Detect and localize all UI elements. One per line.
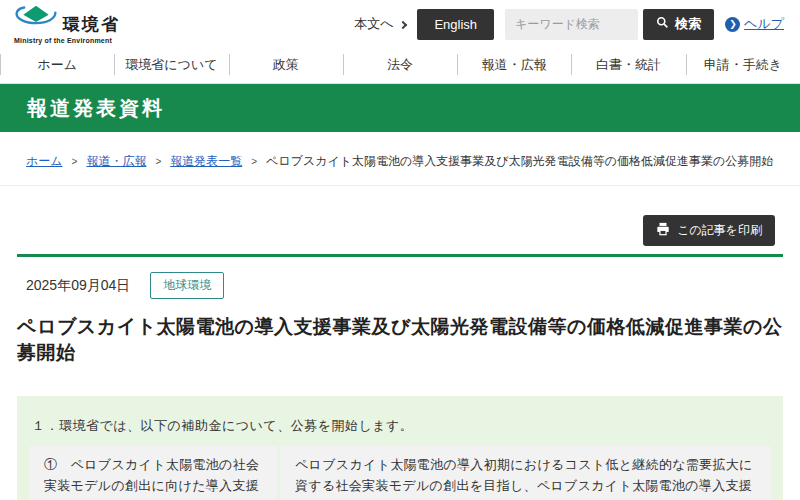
search-button-label: 検索 xyxy=(675,15,701,33)
skip-link-label: 本文へ xyxy=(354,15,393,33)
grant-name-cell: ① ペロブスカイト太陽電池の社会実装モデルの創出に向けた導入支援事業 xyxy=(29,446,277,500)
site-logo[interactable]: 環境省 Ministry of the Environment xyxy=(14,5,120,44)
nav-item-policy[interactable]: 政策 xyxy=(229,46,343,83)
print-article-button[interactable]: この記事を印刷 xyxy=(643,215,775,246)
table-row: ① ペロブスカイト太陽電池の社会実装モデルの創出に向けた導入支援事業 ペロブスカ… xyxy=(29,446,771,500)
article-title: ペロブスカイト太陽電池の導入支援事業及び太陽光発電設備等の価格低減促進事業の公募… xyxy=(17,314,783,366)
breadcrumb: ホーム > 報道・広報 > 報道発表一覧 > ペロブスカイト太陽電池の導入支援事… xyxy=(0,132,800,186)
publish-date: 2025年09月04日 xyxy=(26,277,130,295)
breadcrumb-link-press-list[interactable]: 報道発表一覧 xyxy=(170,153,242,170)
printer-icon xyxy=(656,222,670,239)
skip-to-content-link[interactable]: 本文へ xyxy=(354,15,406,33)
grant-description-cell: ペロブスカイト太陽電池の導入初期におけるコスト低と継続的な需要拡大に資する社会実… xyxy=(280,446,771,500)
chevron-right-icon xyxy=(399,20,407,28)
search-button[interactable]: 検索 xyxy=(643,9,714,40)
search-icon xyxy=(656,16,669,32)
english-button[interactable]: English xyxy=(417,9,494,40)
breadcrumb-link-press[interactable]: 報道・広報 xyxy=(86,153,146,170)
article-meta: 2025年09月04日 地球環境 xyxy=(0,257,800,299)
logo-title: 環境省 xyxy=(63,16,120,36)
help-link[interactable]: ❯ ヘルプ xyxy=(725,15,784,33)
nav-item-press[interactable]: 報道・広報 xyxy=(457,46,571,83)
global-nav: ホーム 環境省について 政策 法令 報道・広報 白書・統計 申請・手続き xyxy=(0,46,800,84)
help-link-label: ヘルプ xyxy=(744,15,784,33)
nav-item-application[interactable]: 申請・手続き xyxy=(686,46,800,83)
breadcrumb-separator: > xyxy=(251,156,257,167)
site-header: 環境省 Ministry of the Environment 本文へ Engl… xyxy=(0,0,800,46)
nav-item-about[interactable]: 環境省について xyxy=(114,46,228,83)
breadcrumb-current: ペロブスカイト太陽電池の導入支援事業及び太陽光発電設備等の価格低減促進事業の公募… xyxy=(266,153,773,170)
category-badge: 地球環境 xyxy=(150,272,224,299)
breadcrumb-link-home[interactable]: ホーム xyxy=(26,153,63,170)
breadcrumb-separator: > xyxy=(155,156,161,167)
ministry-logo-icon xyxy=(14,5,58,36)
section-banner: 報道発表資料 xyxy=(0,84,800,132)
print-button-label: この記事を印刷 xyxy=(677,222,762,239)
summary-section: １．環境省では、以下の補助金について、公募を開始します。 ① ペロブスカイト太陽… xyxy=(17,396,783,500)
summary-lead: １．環境省では、以下の補助金について、公募を開始します。 xyxy=(32,417,771,435)
grant-table: ① ペロブスカイト太陽電池の社会実装モデルの創出に向けた導入支援事業 ペロブスカ… xyxy=(29,446,771,500)
breadcrumb-separator: > xyxy=(72,156,78,167)
section-banner-title: 報道発表資料 xyxy=(27,95,165,122)
nav-item-whitepaper[interactable]: 白書・統計 xyxy=(571,46,685,83)
article-toolbar: この記事を印刷 xyxy=(0,186,800,246)
help-arrow-icon: ❯ xyxy=(725,17,740,32)
logo-subtitle: Ministry of the Environment xyxy=(14,37,120,44)
nav-item-laws[interactable]: 法令 xyxy=(343,46,457,83)
search-input[interactable] xyxy=(505,9,638,40)
nav-item-home[interactable]: ホーム xyxy=(0,46,114,83)
